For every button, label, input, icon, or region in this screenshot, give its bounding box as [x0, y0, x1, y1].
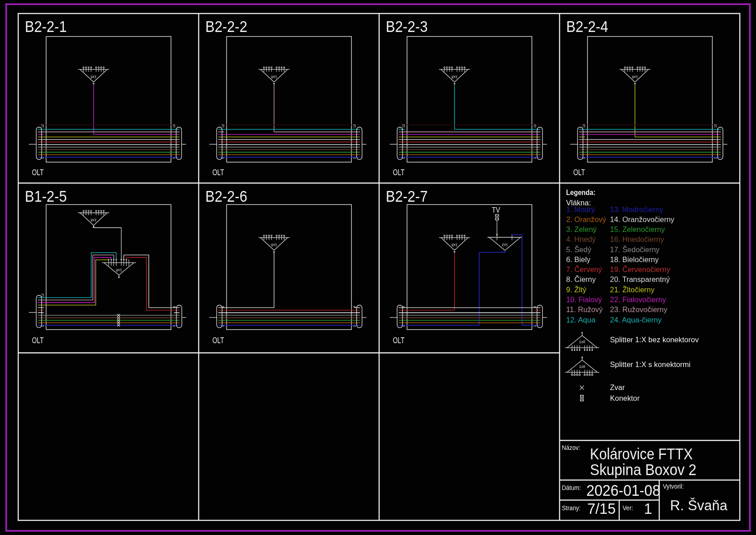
svg-text:5. Šedý: 5. Šedý	[566, 245, 592, 254]
svg-text:12: 12	[172, 124, 176, 127]
svg-text:1x8: 1x8	[90, 75, 97, 79]
svg-text:14. Oranžovočierny: 14. Oranžovočierny	[610, 215, 675, 223]
svg-text:1x8: 1x8	[271, 243, 277, 247]
svg-text:15. Zelenočierny: 15. Zelenočierny	[610, 225, 666, 233]
svg-text:1: 1	[401, 157, 405, 159]
svg-text:1: 1	[40, 157, 45, 159]
svg-text:1: 1	[401, 325, 405, 327]
svg-text:1: 1	[644, 501, 652, 517]
svg-text:21. Žltočierny: 21. Žltočierny	[610, 286, 655, 294]
svg-text:2. Oranžový: 2. Oranžový	[566, 215, 607, 223]
svg-text:8: 8	[172, 306, 176, 308]
svg-text:12: 12	[533, 124, 537, 127]
svg-text:3. Zelený: 3. Zelený	[566, 225, 597, 233]
svg-text:Skupina Boxov 2: Skupina Boxov 2	[590, 460, 697, 478]
svg-text:1x8: 1x8	[451, 75, 458, 79]
svg-text:12: 12	[582, 124, 586, 127]
svg-text:B2-2-4: B2-2-4	[566, 18, 608, 36]
svg-text:10. Fialový: 10. Fialový	[566, 295, 603, 304]
svg-text:12: 12	[352, 124, 356, 127]
svg-text:1: 1	[533, 157, 537, 159]
svg-text:1: 1	[582, 157, 586, 159]
svg-text:1: 1	[221, 325, 225, 327]
svg-text:7/15: 7/15	[587, 501, 616, 517]
svg-text:8. Čierny: 8. Čierny	[566, 275, 596, 283]
svg-text:6. Biely: 6. Biely	[566, 255, 591, 263]
svg-text:B2-2-2: B2-2-2	[205, 18, 247, 36]
svg-text:16. Hnedočierny: 16. Hnedočierny	[610, 235, 665, 243]
svg-text:1: 1	[533, 325, 537, 327]
svg-text:23. Ružovočierny: 23. Ružovočierny	[610, 305, 668, 313]
svg-text:7. Červený: 7. Červený	[566, 265, 603, 273]
svg-text:OLT: OLT	[32, 168, 44, 177]
svg-text:B2-2-7: B2-2-7	[386, 188, 428, 205]
svg-text:1: 1	[40, 325, 45, 327]
svg-text:1x8: 1x8	[451, 243, 458, 247]
svg-text:1: 1	[713, 157, 717, 159]
svg-text:1: 1	[172, 157, 176, 159]
svg-text:12: 12	[401, 124, 405, 127]
svg-text:12: 12	[40, 293, 45, 297]
svg-text:Zvar: Zvar	[610, 383, 626, 391]
svg-text:1x8: 1x8	[90, 218, 97, 222]
svg-text:OLT: OLT	[212, 168, 224, 177]
svg-text:8: 8	[352, 306, 356, 308]
svg-text:TV: TV	[492, 206, 500, 214]
svg-text:OLT: OLT	[573, 168, 585, 177]
svg-text:Dátum:: Dátum:	[562, 484, 581, 491]
svg-text:11. Ružový: 11. Ružový	[566, 305, 603, 313]
svg-text:B1-2-5: B1-2-5	[25, 188, 67, 205]
svg-text:1. Modrý: 1. Modrý	[566, 205, 595, 213]
svg-text:Ver:: Ver:	[623, 504, 633, 512]
svg-text:22. Fialovočierny: 22. Fialovočierny	[610, 295, 666, 304]
svg-text:B2-2-6: B2-2-6	[205, 188, 247, 205]
svg-text:8: 8	[533, 306, 537, 308]
svg-text:12. Aqua: 12. Aqua	[566, 316, 596, 324]
svg-text:B2-2-1: B2-2-1	[25, 18, 67, 36]
svg-text:12: 12	[713, 124, 717, 127]
svg-text:OLT: OLT	[393, 336, 405, 345]
svg-text:1x2: 1x2	[502, 243, 508, 247]
svg-text:1: 1	[352, 157, 356, 159]
svg-text:24. Aqua-čierny: 24. Aqua-čierny	[610, 316, 662, 324]
svg-text:9. Žltý: 9. Žltý	[566, 286, 587, 294]
svg-text:Splitter 1:X bez konektorov: Splitter 1:X bez konektorov	[610, 336, 699, 344]
svg-text:19. Červenočierny: 19. Červenočierny	[610, 265, 671, 273]
svg-text:1: 1	[172, 325, 176, 327]
svg-text:2026-01-08: 2026-01-08	[586, 482, 661, 499]
svg-text:Konektor: Konektor	[610, 394, 640, 402]
svg-text:8: 8	[401, 306, 405, 308]
svg-text:Splitter 1:X s konektormi: Splitter 1:X s konektormi	[610, 360, 691, 368]
svg-text:1x8: 1x8	[632, 75, 638, 79]
svg-text:13. Modročierny: 13. Modročierny	[610, 205, 664, 213]
svg-text:1x8: 1x8	[579, 340, 585, 344]
svg-text:OLT: OLT	[393, 168, 405, 177]
svg-text:OLT: OLT	[212, 336, 224, 345]
svg-text:R. Švaňa: R. Švaňa	[670, 498, 728, 513]
svg-text:12: 12	[221, 124, 225, 127]
svg-text:1x8: 1x8	[116, 268, 122, 272]
svg-text:1: 1	[352, 325, 356, 327]
svg-text:Názov:: Názov:	[562, 444, 580, 451]
svg-text:4. Hnedý: 4. Hnedý	[566, 235, 596, 243]
svg-text:OLT: OLT	[32, 336, 44, 345]
svg-text:17. Šedočierny: 17. Šedočierny	[610, 245, 660, 254]
svg-text:12: 12	[40, 124, 45, 127]
svg-text:Vytvoril:: Vytvoril:	[663, 482, 684, 490]
svg-text:20. Transparentný: 20. Transparentný	[610, 275, 670, 283]
svg-text:1x8: 1x8	[579, 364, 585, 369]
svg-text:B2-2-3: B2-2-3	[386, 18, 428, 36]
svg-text:1: 1	[221, 157, 225, 159]
svg-text:1x8: 1x8	[271, 75, 277, 79]
svg-text:18. Bieločierny: 18. Bieločierny	[610, 255, 659, 263]
svg-text:8: 8	[221, 306, 225, 308]
svg-text:Legenda:: Legenda:	[566, 188, 595, 196]
svg-text:Strany:: Strany:	[562, 504, 581, 512]
